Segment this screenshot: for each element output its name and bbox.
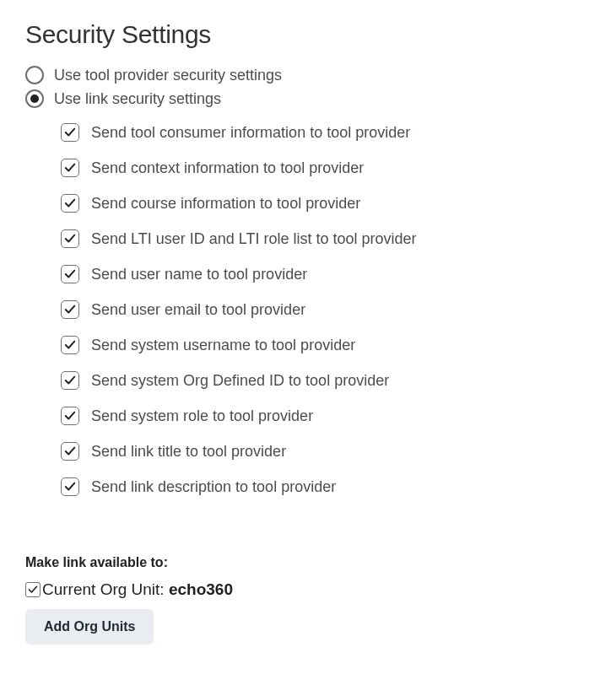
checkbox-label: Send context information to tool provide… (91, 159, 364, 177)
checkbox-row[interactable]: Send system username to tool provider (61, 336, 591, 354)
checkbox-label: Send system username to tool provider (91, 337, 355, 354)
radio-label: Use link security settings (54, 90, 221, 108)
checkbox-label: Send system role to tool provider (91, 407, 313, 425)
org-unit-value: echo360 (169, 580, 233, 598)
checkbox-icon (61, 336, 79, 354)
checkbox-row[interactable]: Send context information to tool provide… (61, 159, 591, 177)
add-org-units-button[interactable]: Add Org Units (25, 609, 154, 645)
checkbox-icon (61, 229, 79, 248)
checkbox-row[interactable]: Send user email to tool provider (61, 300, 591, 319)
availability-section: Make link available to: Current Org Unit… (25, 555, 591, 645)
checkbox-row[interactable]: Send LTI user ID and LTI role list to to… (61, 229, 591, 248)
checkbox-label: Send user name to tool provider (91, 266, 307, 283)
current-org-unit-label: Current Org Unit: echo360 (42, 580, 233, 599)
availability-title: Make link available to: (25, 555, 591, 570)
checkbox-icon (61, 194, 79, 213)
checkbox-icon (25, 582, 41, 597)
radio-use-tool-provider[interactable]: Use tool provider security settings (25, 66, 591, 84)
checkbox-label: Send link description to tool provider (91, 478, 336, 496)
checkbox-icon (61, 159, 79, 177)
radio-icon (25, 89, 44, 108)
checkbox-icon (61, 371, 79, 390)
checkbox-icon (61, 407, 79, 425)
current-org-unit-row[interactable]: Current Org Unit: echo360 (25, 580, 591, 599)
checkbox-icon (61, 300, 79, 319)
checkbox-row[interactable]: Send tool consumer information to tool p… (61, 123, 591, 142)
checkbox-label: Send link title to tool provider (91, 443, 286, 461)
radio-icon (25, 66, 44, 84)
org-unit-prefix: Current Org Unit: (42, 580, 169, 598)
checkbox-row[interactable]: Send link description to tool provider (61, 477, 591, 496)
checkbox-label: Send user email to tool provider (91, 301, 305, 319)
checkbox-icon (61, 265, 79, 283)
page-title: Security Settings (25, 20, 591, 49)
radio-use-link[interactable]: Use link security settings (25, 89, 591, 108)
checkbox-label: Send tool consumer information to tool p… (91, 124, 410, 142)
checkbox-label: Send LTI user ID and LTI role list to to… (91, 230, 417, 248)
checkbox-label: Send system Org Defined ID to tool provi… (91, 372, 389, 390)
checkbox-icon (61, 442, 79, 461)
checkbox-row[interactable]: Send system Org Defined ID to tool provi… (61, 371, 591, 390)
checkbox-row[interactable]: Send system role to tool provider (61, 407, 591, 425)
checkbox-icon (61, 477, 79, 496)
security-mode-radio-group: Use tool provider security settings Use … (25, 66, 591, 108)
checkbox-row[interactable]: Send course information to tool provider (61, 194, 591, 213)
radio-label: Use tool provider security settings (54, 67, 282, 84)
checkbox-label: Send course information to tool provider (91, 195, 360, 213)
checkbox-row[interactable]: Send link title to tool provider (61, 442, 591, 461)
checkbox-icon (61, 123, 79, 142)
checkbox-row[interactable]: Send user name to tool provider (61, 265, 591, 283)
security-checkbox-list: Send tool consumer information to tool p… (61, 123, 591, 496)
